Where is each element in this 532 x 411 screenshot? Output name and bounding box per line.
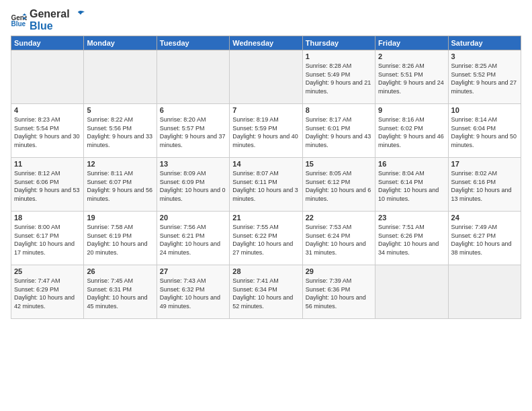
calendar-cell: 19Sunrise: 7:58 AMSunset: 6:19 PMDayligh… — [84, 212, 157, 265]
calendar-week-row: 1Sunrise: 8:28 AMSunset: 5:49 PMDaylight… — [11, 50, 521, 104]
calendar-cell — [230, 50, 302, 104]
calendar-cell: 17Sunrise: 8:02 AMSunset: 6:16 PMDayligh… — [448, 158, 521, 212]
calendar-cell: 21Sunrise: 7:55 AMSunset: 6:22 PMDayligh… — [230, 212, 302, 265]
calendar-cell: 8Sunrise: 8:17 AMSunset: 6:01 PMDaylight… — [302, 104, 375, 158]
day-number: 13 — [160, 160, 226, 168]
day-number: 14 — [232, 160, 299, 168]
day-detail: Sunrise: 8:12 AMSunset: 6:06 PMDaylight:… — [14, 169, 81, 203]
weekday-header: Monday — [84, 36, 157, 50]
calendar-week-row: 25Sunrise: 7:47 AMSunset: 6:29 PMDayligh… — [11, 265, 521, 319]
calendar-cell — [84, 50, 157, 104]
day-detail: Sunrise: 8:23 AMSunset: 5:54 PMDaylight:… — [14, 116, 81, 149]
day-detail: Sunrise: 8:05 AMSunset: 6:12 PMDaylight:… — [306, 169, 372, 203]
day-detail: Sunrise: 7:58 AMSunset: 6:19 PMDaylight:… — [87, 223, 153, 257]
calendar-cell: 26Sunrise: 7:45 AMSunset: 6:31 PMDayligh… — [84, 265, 157, 319]
day-detail: Sunrise: 8:28 AMSunset: 5:49 PMDaylight:… — [306, 62, 372, 95]
calendar-cell: 25Sunrise: 7:47 AMSunset: 6:29 PMDayligh… — [11, 265, 84, 319]
calendar-cell: 6Sunrise: 8:20 AMSunset: 5:57 PMDaylight… — [157, 104, 229, 158]
day-number: 22 — [306, 214, 372, 222]
calendar-cell: 18Sunrise: 8:00 AMSunset: 6:17 PMDayligh… — [11, 212, 84, 265]
day-detail: Sunrise: 8:09 AMSunset: 6:09 PMDaylight:… — [160, 169, 226, 203]
day-number: 27 — [160, 267, 226, 275]
calendar-week-row: 18Sunrise: 8:00 AMSunset: 6:17 PMDayligh… — [11, 212, 521, 265]
calendar-cell: 20Sunrise: 7:56 AMSunset: 6:21 PMDayligh… — [157, 212, 229, 265]
day-number: 11 — [14, 160, 81, 168]
day-detail: Sunrise: 8:16 AMSunset: 6:02 PMDaylight:… — [378, 116, 445, 149]
day-number: 2 — [378, 52, 445, 60]
day-detail: Sunrise: 8:25 AMSunset: 5:52 PMDaylight:… — [451, 62, 518, 95]
calendar-cell — [11, 50, 84, 104]
day-number: 19 — [87, 214, 153, 222]
calendar-cell: 2Sunrise: 8:26 AMSunset: 5:51 PMDaylight… — [375, 50, 448, 104]
weekday-header: Thursday — [302, 36, 375, 50]
day-number: 3 — [451, 52, 518, 60]
calendar-cell: 5Sunrise: 8:22 AMSunset: 5:56 PMDaylight… — [84, 104, 157, 158]
day-number: 28 — [232, 267, 299, 275]
day-number: 7 — [232, 106, 299, 114]
day-detail: Sunrise: 8:19 AMSunset: 5:59 PMDaylight:… — [232, 116, 299, 149]
day-detail: Sunrise: 7:53 AMSunset: 6:24 PMDaylight:… — [306, 223, 372, 257]
day-detail: Sunrise: 7:55 AMSunset: 6:22 PMDaylight:… — [232, 223, 299, 257]
day-detail: Sunrise: 7:49 AMSunset: 6:27 PMDaylight:… — [451, 223, 518, 257]
day-number: 15 — [306, 160, 372, 168]
day-detail: Sunrise: 8:07 AMSunset: 6:11 PMDaylight:… — [232, 169, 299, 203]
calendar-cell: 29Sunrise: 7:39 AMSunset: 6:36 PMDayligh… — [302, 265, 375, 319]
calendar-cell: 22Sunrise: 7:53 AMSunset: 6:24 PMDayligh… — [302, 212, 375, 265]
day-detail: Sunrise: 8:22 AMSunset: 5:56 PMDaylight:… — [87, 116, 153, 149]
day-detail: Sunrise: 7:41 AMSunset: 6:34 PMDaylight:… — [232, 277, 299, 310]
day-detail: Sunrise: 8:14 AMSunset: 6:04 PMDaylight:… — [451, 116, 518, 149]
calendar-week-row: 11Sunrise: 8:12 AMSunset: 6:06 PMDayligh… — [11, 158, 521, 212]
day-detail: Sunrise: 8:20 AMSunset: 5:57 PMDaylight:… — [160, 116, 226, 149]
day-number: 4 — [14, 106, 81, 114]
day-detail: Sunrise: 7:47 AMSunset: 6:29 PMDaylight:… — [14, 277, 81, 310]
day-number: 20 — [160, 214, 226, 222]
calendar-cell: 23Sunrise: 7:51 AMSunset: 6:26 PMDayligh… — [375, 212, 448, 265]
day-number: 5 — [87, 106, 153, 114]
day-detail: Sunrise: 7:39 AMSunset: 6:36 PMDaylight:… — [306, 277, 372, 310]
svg-text:Blue: Blue — [11, 20, 26, 27]
calendar-cell: 4Sunrise: 8:23 AMSunset: 5:54 PMDaylight… — [11, 104, 84, 158]
calendar-cell: 12Sunrise: 8:11 AMSunset: 6:07 PMDayligh… — [84, 158, 157, 212]
calendar-cell: 16Sunrise: 8:04 AMSunset: 6:14 PMDayligh… — [375, 158, 448, 212]
logo-icon: General Blue — [11, 13, 27, 27]
calendar-cell — [157, 50, 229, 104]
calendar-week-row: 4Sunrise: 8:23 AMSunset: 5:54 PMDaylight… — [11, 104, 521, 158]
logo-blue: Blue — [30, 20, 85, 32]
calendar-header-row: SundayMondayTuesdayWednesdayThursdayFrid… — [11, 36, 521, 50]
calendar-cell: 1Sunrise: 8:28 AMSunset: 5:49 PMDaylight… — [302, 50, 375, 104]
day-detail: Sunrise: 8:02 AMSunset: 6:16 PMDaylight:… — [451, 169, 518, 203]
day-detail: Sunrise: 8:11 AMSunset: 6:07 PMDaylight:… — [87, 169, 153, 203]
day-number: 17 — [451, 160, 518, 168]
calendar-cell: 13Sunrise: 8:09 AMSunset: 6:09 PMDayligh… — [157, 158, 229, 212]
day-number: 8 — [306, 106, 372, 114]
header: General Blue General Blue — [11, 8, 521, 32]
day-detail: Sunrise: 7:51 AMSunset: 6:26 PMDaylight:… — [378, 223, 445, 257]
day-detail: Sunrise: 8:26 AMSunset: 5:51 PMDaylight:… — [378, 62, 445, 95]
calendar-cell: 14Sunrise: 8:07 AMSunset: 6:11 PMDayligh… — [230, 158, 302, 212]
day-detail: Sunrise: 8:00 AMSunset: 6:17 PMDaylight:… — [14, 223, 81, 257]
weekday-header: Saturday — [448, 36, 521, 50]
day-number: 18 — [14, 214, 81, 222]
calendar-cell: 3Sunrise: 8:25 AMSunset: 5:52 PMDaylight… — [448, 50, 521, 104]
calendar-cell: 24Sunrise: 7:49 AMSunset: 6:27 PMDayligh… — [448, 212, 521, 265]
day-number: 1 — [306, 52, 372, 60]
calendar-cell: 9Sunrise: 8:16 AMSunset: 6:02 PMDaylight… — [375, 104, 448, 158]
day-number: 25 — [14, 267, 81, 275]
logo: General Blue General Blue — [11, 8, 85, 32]
day-number: 6 — [160, 106, 226, 114]
day-number: 26 — [87, 267, 153, 275]
calendar-cell — [375, 265, 448, 319]
day-detail: Sunrise: 7:43 AMSunset: 6:32 PMDaylight:… — [160, 277, 226, 310]
day-number: 21 — [232, 214, 299, 222]
calendar-cell: 15Sunrise: 8:05 AMSunset: 6:12 PMDayligh… — [302, 158, 375, 212]
day-number: 10 — [451, 106, 518, 114]
calendar-cell: 10Sunrise: 8:14 AMSunset: 6:04 PMDayligh… — [448, 104, 521, 158]
calendar-cell: 11Sunrise: 8:12 AMSunset: 6:06 PMDayligh… — [11, 158, 84, 212]
logo-bird — [73, 10, 85, 19]
calendar-cell: 7Sunrise: 8:19 AMSunset: 5:59 PMDaylight… — [230, 104, 302, 158]
day-number: 29 — [306, 267, 372, 275]
day-number: 23 — [378, 214, 445, 222]
day-detail: Sunrise: 7:56 AMSunset: 6:21 PMDaylight:… — [160, 223, 226, 257]
day-number: 24 — [451, 214, 518, 222]
day-number: 16 — [378, 160, 445, 168]
